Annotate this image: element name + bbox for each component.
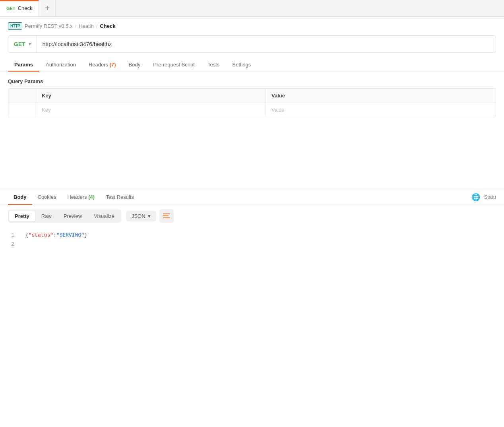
resp-tab-body[interactable]: Body [8, 189, 32, 205]
method-label: GET [14, 41, 25, 47]
key-column-header: Key [36, 89, 266, 103]
tab-authorization[interactable]: Authorization [39, 58, 82, 72]
active-tab[interactable]: GET Check [0, 0, 39, 16]
format-preview[interactable]: Preview [58, 211, 87, 221]
checkbox-header-cell [8, 89, 36, 103]
format-bar: Pretty Raw Preview Visualize JSON ▾ [0, 205, 504, 227]
response-tabs: Body Cookies Headers (4) Test Results 🌐 … [0, 189, 504, 205]
json-type-label: JSON [132, 213, 145, 219]
tab-pre-request[interactable]: Pre-request Script [147, 58, 201, 72]
format-raw[interactable]: Raw [36, 211, 57, 221]
breadcrumb-sep-1: / [75, 23, 77, 29]
breadcrumb-part-1: Permify REST v0.5.x [25, 23, 72, 29]
breadcrumb-part-2: Heatlh [79, 23, 94, 29]
resp-headers-badge: (4) [88, 194, 95, 200]
tab-settings[interactable]: Settings [226, 58, 257, 72]
tab-headers[interactable]: Headers (7) [82, 58, 122, 72]
resp-tab-test-results[interactable]: Test Results [100, 189, 140, 205]
resp-tab-cookies[interactable]: Cookies [32, 189, 62, 205]
response-line-1: 1 {"status":"SERVING"} [8, 231, 496, 240]
chevron-down-icon: ▾ [29, 41, 31, 47]
http-icon: HTTP [8, 22, 22, 30]
table-row: Key Value [8, 103, 496, 117]
json-chevron-icon: ▾ [148, 213, 151, 219]
table-header-row: Key Value [8, 89, 496, 103]
value-column-header: Value [266, 89, 496, 103]
line-number-1: 1 [8, 231, 14, 240]
resp-tab-headers[interactable]: Headers (4) [62, 189, 100, 205]
status-label: Statu [484, 194, 496, 200]
url-bar: GET ▾ [8, 35, 496, 53]
tab-title: Check [18, 5, 33, 11]
headers-badge: (7) [110, 62, 116, 68]
params-table: Key Value Key Value [8, 88, 496, 117]
add-tab-button[interactable]: + [39, 0, 56, 16]
response-status-area: 🌐 Statu [471, 193, 496, 202]
wrap-button[interactable] [159, 209, 174, 223]
tab-bar: GET Check + [0, 0, 504, 17]
response-line-2: 2 [8, 240, 496, 249]
spacer [0, 117, 504, 189]
globe-icon: 🌐 [471, 193, 480, 202]
response-body: 1 {"status":"SERVING"} 2 [0, 227, 504, 253]
method-selector[interactable]: GET ▾ [8, 36, 37, 52]
request-tabs: Params Authorization Headers (7) Body Pr… [0, 58, 504, 72]
value-input[interactable]: Value [266, 103, 496, 117]
tab-method: GET [6, 6, 16, 11]
tab-body[interactable]: Body [122, 58, 147, 72]
breadcrumb-part-3: Check [100, 23, 115, 29]
format-visualize[interactable]: Visualize [88, 211, 120, 221]
wrap-icon [163, 214, 170, 218]
breadcrumb: HTTP Permify REST v0.5.x / Heatlh / Chec… [0, 17, 504, 35]
row-checkbox[interactable] [8, 103, 36, 117]
format-pretty[interactable]: Pretty [9, 211, 35, 221]
line-number-2: 2 [8, 240, 14, 249]
query-params-title: Query Params [0, 72, 504, 88]
tab-tests[interactable]: Tests [201, 58, 226, 72]
url-input[interactable] [37, 41, 496, 47]
tab-params[interactable]: Params [8, 58, 39, 72]
json-type-selector[interactable]: JSON ▾ [126, 211, 156, 221]
key-input[interactable]: Key [36, 103, 266, 117]
response-area: Body Cookies Headers (4) Test Results 🌐 … [0, 189, 504, 253]
format-tabs: Pretty Raw Preview Visualize [8, 210, 121, 223]
breadcrumb-sep-2: / [96, 23, 98, 29]
